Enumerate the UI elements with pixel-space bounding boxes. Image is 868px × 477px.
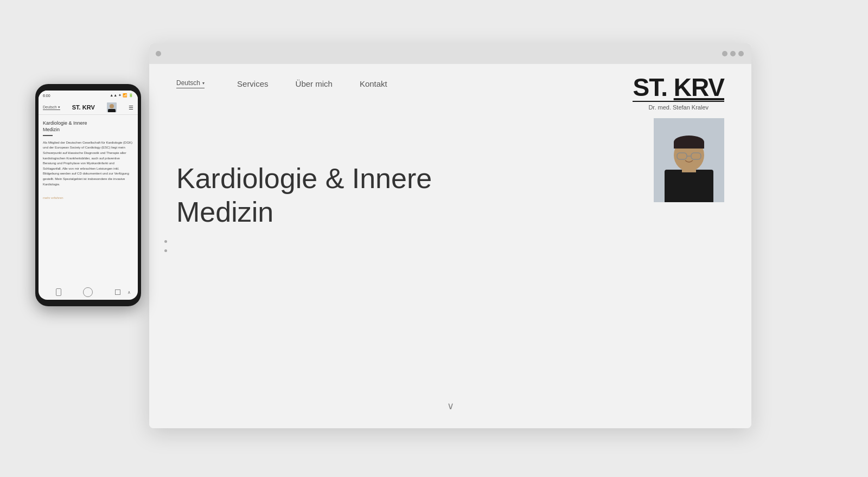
phone-outer: 6:00 ▲▲ ✦ 📶 🔋 Deutsch ▾ ST. KRV ☰ — [35, 84, 141, 306]
hero-title-line2: Medizin — [176, 195, 432, 229]
chevron-down-icon: ▾ — [202, 81, 205, 86]
phone-body-text: Als Mitglied der Deutschen Gesellschaft … — [43, 140, 133, 187]
language-label: Deutsch — [176, 79, 200, 87]
home-icon — [83, 287, 93, 297]
browser-window: Deutsch ▾ Services Über mich Kontakt ST.… — [149, 43, 751, 428]
scroll-indicator[interactable]: ∨ — [447, 400, 454, 412]
phone-divider — [43, 135, 53, 136]
logo-krv: KRV — [674, 73, 724, 101]
browser-chrome — [149, 43, 751, 64]
doctor-illustration — [654, 118, 724, 202]
phone-signal-icons: ▲▲ ✦ 📶 🔋 — [110, 93, 133, 98]
browser-dot-close — [156, 51, 161, 56]
recents-icon — [115, 289, 120, 295]
logo-area: ST. KRV Dr. med. Stefan Kralev — [633, 75, 724, 111]
logo-text: ST. KRV — [633, 75, 724, 100]
phone-screen: 6:00 ▲▲ ✦ 📶 🔋 Deutsch ▾ ST. KRV ☰ — [39, 91, 138, 300]
mobile-phone: 6:00 ▲▲ ✦ 📶 🔋 Deutsch ▾ ST. KRV ☰ — [35, 84, 141, 306]
svg-rect-11 — [108, 109, 116, 112]
browser-dot-1 — [722, 51, 727, 56]
hamburger-icon[interactable]: ☰ — [129, 105, 133, 111]
phone-recents-button[interactable] — [113, 287, 123, 297]
doctor-photo-inner — [654, 118, 724, 202]
phone-back-button[interactable] — [54, 287, 63, 297]
nav-about[interactable]: Über mich — [296, 79, 333, 88]
browser-dot-3 — [738, 51, 744, 56]
phone-time: 6:00 — [43, 94, 50, 98]
phone-bottom-bar — [39, 285, 138, 300]
phone-section-title: Kardiologie & InnereMedizin — [43, 120, 133, 133]
phone-read-more-link[interactable]: mehr erfahren — [43, 196, 63, 199]
browser-dot-2 — [730, 51, 736, 56]
hero-title-line1: Kardiologie & Innere — [176, 162, 432, 195]
phone-status-bar: 6:00 ▲▲ ✦ 📶 🔋 — [39, 91, 138, 100]
svg-point-10 — [110, 104, 114, 108]
phone-content: Kardiologie & InnereMedizin Als Mitglied… — [39, 115, 138, 207]
logo-subtitle: Dr. med. Stefan Kralev — [633, 104, 724, 111]
phone-header: Deutsch ▾ ST. KRV ☰ — [39, 100, 138, 115]
scene: Deutsch ▾ Services Über mich Kontakt ST.… — [0, 0, 868, 477]
nav-contact[interactable]: Kontakt — [360, 79, 387, 88]
browser-content: Deutsch ▾ Services Über mich Kontakt ST.… — [149, 64, 751, 428]
hero-text: Kardiologie & Innere Medizin — [176, 162, 432, 229]
doctor-photo — [654, 118, 724, 202]
phone-home-button[interactable] — [83, 287, 93, 297]
browser-dots-right — [722, 51, 744, 56]
side-dot-2 — [164, 249, 167, 252]
side-dots — [164, 240, 167, 252]
phone-lang-selector[interactable]: Deutsch ▾ — [43, 105, 60, 110]
language-selector[interactable]: Deutsch ▾ — [176, 79, 205, 88]
svg-rect-5 — [674, 142, 704, 149]
side-dot-1 — [164, 240, 167, 243]
site-header: Deutsch ▾ Services Über mich Kontakt ST.… — [149, 64, 751, 88]
logo-st: ST. — [633, 73, 673, 101]
nav-services[interactable]: Services — [237, 79, 269, 88]
back-icon — [56, 288, 61, 296]
phone-logo: ST. KRV — [72, 104, 95, 111]
phone-avatar — [107, 102, 117, 112]
nav-links: Services Über mich Kontakt — [237, 79, 387, 88]
svg-rect-1 — [665, 170, 713, 202]
